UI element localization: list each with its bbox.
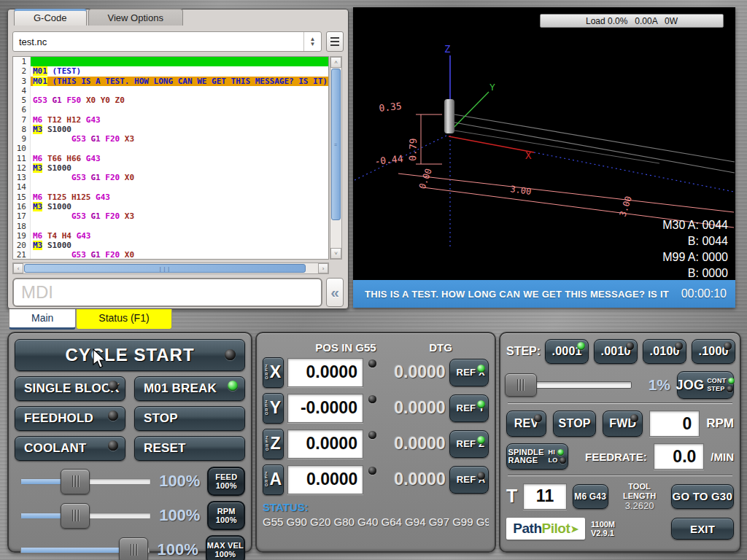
mdi-input[interactable] (12, 278, 322, 307)
line-text (31, 144, 328, 153)
m01-break-button[interactable]: M01 BREAK (134, 376, 245, 401)
gcode-line[interactable]: 8M3 S1000 (13, 125, 328, 134)
vscroll-thumb[interactable]: = (331, 69, 341, 220)
feed-100-button[interactable]: FEED100% (207, 467, 245, 496)
zero-z-button[interactable]: ZEROZ (263, 429, 284, 459)
file-select-spinner-icon[interactable]: ▲▼ (303, 32, 321, 51)
tool-number-input[interactable]: 11 (523, 483, 567, 510)
ref-y-button[interactable]: REF Y (449, 394, 489, 422)
coolant-button[interactable]: COOLANT (15, 436, 125, 461)
gcode-line[interactable]: 12M3 S1000 (13, 163, 328, 173)
step-0100-button[interactable]: .0100 (643, 339, 686, 364)
single-block-button[interactable]: SINGLE BLOCK (15, 376, 125, 401)
feed-override-value: 100% (151, 472, 200, 491)
slider-thumb[interactable] (61, 503, 90, 529)
ref-a-button[interactable]: REF A (449, 466, 489, 494)
model-label: 1100M (591, 520, 615, 529)
rpm-override-slider[interactable] (20, 513, 151, 519)
cycle-start-button[interactable]: CYCLE START (15, 339, 245, 371)
a-dtg-value: 0.0000 (380, 470, 445, 489)
step-1000-button[interactable]: .1000 (692, 339, 735, 364)
gcode-line[interactable]: 20M3 S1000 (13, 241, 328, 250)
gcode-line[interactable]: 5G53 G1 F50 X0 Y0 Z0 (13, 96, 328, 105)
go-to-g30-button[interactable]: GO TO G30 (671, 484, 734, 509)
maxvel-100-button[interactable]: MAX VEL100% (206, 535, 245, 560)
ref-x-button[interactable]: REF X (449, 359, 489, 386)
menu-hamburger-icon[interactable] (326, 31, 344, 52)
slider-thumb[interactable] (119, 537, 148, 560)
zero-x-button[interactable]: ZEROX (263, 357, 284, 388)
gcode-hscrollbar[interactable]: ‹ | | | › (12, 262, 329, 274)
x-dro-input[interactable]: 0.0000 (287, 358, 363, 387)
jog-mode-button[interactable]: JOG CONT STEP (677, 371, 734, 399)
exit-button[interactable]: EXIT (671, 518, 734, 540)
gcode-line[interactable]: 3M01 (THIS IS A TEST. HOW LONG CAN WE GE… (13, 77, 328, 86)
scroll-up-icon[interactable]: ˄ (330, 57, 341, 68)
line-text: G53 G1 F20 X0 (31, 250, 328, 260)
tab-gcode[interactable]: G-Code (14, 9, 87, 26)
reset-button[interactable]: RESET (134, 436, 245, 461)
feedhold-button[interactable]: FEEDHOLD (15, 406, 125, 431)
gcode-line[interactable]: 7M6 T12 H12 G43 (13, 115, 328, 125)
gcode-line[interactable]: 15M6 T125 H125 G43 (13, 192, 328, 202)
feed-override-slider[interactable] (20, 478, 151, 485)
z-dro-input[interactable]: 0.0000 (287, 429, 363, 459)
gcode-line[interactable]: 11M6 T66 H66 G43 (13, 154, 328, 163)
tab-status-f1[interactable]: Status (F1) (76, 309, 171, 330)
spindle-stop-button[interactable]: STOP (553, 411, 596, 437)
mdi-collapse-icon[interactable]: « (326, 278, 344, 307)
slider-thumb[interactable] (61, 469, 90, 494)
jog-slider-thumb[interactable] (505, 373, 537, 397)
tab-view-options[interactable]: View Options (88, 9, 183, 26)
dim-length: 3.00 (510, 184, 533, 197)
zero-y-button[interactable]: ZEROY (263, 393, 284, 424)
tool-label: T (506, 486, 517, 507)
scroll-right-icon[interactable]: › (318, 263, 328, 273)
spindle-fwd-button[interactable]: FWD (603, 411, 643, 437)
dim-zero: 0.00 (417, 167, 434, 190)
spindle-range-button[interactable]: SPINDLE RANGE HI LO (506, 443, 568, 470)
rpm-100-button[interactable]: RPM100% (207, 501, 245, 530)
dim-bottom: -0.44 (374, 153, 404, 167)
gcode-line[interactable]: 16M3 S1000 (13, 202, 328, 211)
ref-z-button[interactable]: REF Z (449, 430, 489, 458)
y-dro-input[interactable]: -0.0000 (287, 394, 363, 423)
gcode-line[interactable]: 9 G53 G1 F20 X3 (13, 134, 328, 144)
stop-button[interactable]: STOP (134, 406, 245, 431)
line-number: 2 (13, 66, 31, 76)
hscroll-thumb[interactable]: | | | (24, 264, 306, 273)
gcode-line[interactable]: 18 (13, 222, 328, 231)
feedrate-label: FEEDRATE: (585, 451, 647, 463)
gcode-line[interactable]: 6 (13, 105, 328, 114)
gcode-line[interactable]: 13 G53 G1 F20 X0 (13, 173, 328, 182)
gcode-line[interactable]: 4 (13, 86, 328, 96)
gcode-listing[interactable]: 12M01 (TEST)3M01 (THIS IS A TEST. HOW LO… (12, 56, 329, 260)
zero-a-button[interactable]: ZEROA (263, 464, 284, 495)
a-dro-input[interactable]: 0.0000 (287, 465, 363, 494)
gcode-line[interactable]: 2M01 (TEST) (13, 66, 328, 76)
scroll-down-icon[interactable]: ˅ (330, 248, 341, 259)
gcode-line[interactable]: 21 G53 G1 F20 X0 (13, 250, 328, 260)
m6-g43-button[interactable]: M6 G43 (573, 484, 608, 509)
maxvel-override-slider[interactable] (20, 547, 150, 553)
gcode-line[interactable]: 14 (13, 182, 328, 192)
step-0010-button[interactable]: .0010 (594, 339, 638, 364)
gcode-line[interactable]: 17 G53 G1 F20 X3 (13, 211, 328, 221)
gcode-line[interactable]: 10 (13, 144, 328, 153)
spindle-rev-button[interactable]: REV (506, 411, 546, 437)
jog-speed-slider[interactable] (506, 381, 632, 389)
rpm-input[interactable]: 0 (649, 411, 700, 437)
feedrate-input[interactable]: 0.0 (654, 443, 705, 470)
scroll-left-icon[interactable]: ‹ (13, 263, 23, 273)
gcode-line[interactable]: 19M6 T4 H4 G43 (13, 231, 328, 241)
backplot-scene[interactable]: Z Y X 0.35 0.79 -0.44 0.00 3.00 3.00 Loa… (353, 7, 735, 280)
gcode-line[interactable]: 1 (13, 57, 328, 66)
gcode-vscrollbar[interactable]: ˄ = ˅ (330, 56, 342, 260)
step-0001-button[interactable]: .0001 (545, 339, 589, 364)
jog-label: JOG (676, 378, 705, 393)
tool-cylinder (444, 99, 454, 133)
line-number: 10 (13, 144, 31, 153)
file-select[interactable]: test.nc ▲▼ (12, 31, 322, 52)
tab-main[interactable]: Main (9, 309, 76, 330)
m99-a-counter: M99 A: 0000 (662, 249, 728, 265)
